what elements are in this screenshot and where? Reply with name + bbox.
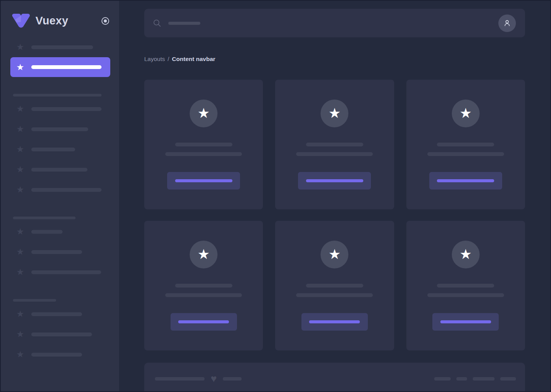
- sidebar-item[interactable]: ★: [10, 180, 110, 200]
- search-icon[interactable]: [153, 19, 162, 28]
- star-icon: ★: [16, 247, 25, 256]
- star-icon: ★: [459, 106, 472, 120]
- card-title-skeleton: [306, 143, 363, 146]
- sidebar-menu: ★★★★★★★★★★★★★: [1, 37, 119, 365]
- sidebar-item-active[interactable]: ★: [10, 57, 110, 77]
- card-action-button[interactable]: [171, 313, 237, 331]
- sidebar-item[interactable]: ★: [10, 139, 110, 159]
- sidebar-item[interactable]: ★: [10, 99, 110, 119]
- menu-item-label-skeleton: [31, 127, 88, 131]
- card-avatar-circle: ★: [452, 100, 480, 127]
- star-icon: ★: [198, 106, 210, 120]
- brand-name: Vuexy: [35, 14, 68, 27]
- content-card: ★: [275, 80, 394, 209]
- card-action-button[interactable]: [432, 313, 499, 331]
- card-action-button[interactable]: [298, 172, 371, 190]
- card-title-skeleton: [437, 143, 494, 146]
- card-subtitle-skeleton: [165, 152, 242, 156]
- sidebar-item[interactable]: ★: [10, 324, 110, 344]
- card-title-skeleton: [175, 284, 232, 288]
- breadcrumb-separator: /: [168, 56, 169, 63]
- footer-links: [434, 377, 516, 381]
- breadcrumb-parent[interactable]: Layouts: [144, 56, 165, 63]
- menu-section-header-skeleton: [13, 299, 56, 302]
- content-card: ★: [406, 80, 525, 209]
- card-subtitle-skeleton: [427, 293, 504, 297]
- menu-item-label-skeleton: [31, 45, 93, 49]
- star-icon: ★: [329, 247, 341, 261]
- sidebar-item[interactable]: ★: [10, 222, 110, 242]
- content-card: ★: [144, 221, 263, 350]
- breadcrumb-current: Content navbar: [172, 56, 216, 63]
- menu-item-label-skeleton: [31, 250, 82, 254]
- star-icon: ★: [16, 145, 25, 154]
- card-subtitle-skeleton: [296, 152, 373, 156]
- content-card: ★: [406, 221, 525, 350]
- button-label-skeleton: [175, 179, 232, 182]
- menu-item-label-skeleton: [31, 148, 75, 151]
- star-icon: ★: [16, 63, 25, 72]
- sidebar-item[interactable]: ★: [10, 37, 110, 57]
- sidebar-item[interactable]: ★: [10, 262, 110, 282]
- menu-item-label-skeleton: [31, 312, 82, 316]
- card-avatar-circle: ★: [190, 241, 218, 268]
- main-content: Layouts / Content navbar ★★★★★★ ♥: [119, 1, 550, 391]
- menu-item-label-skeleton: [31, 65, 102, 69]
- search-input-skeleton[interactable]: [168, 22, 200, 25]
- card-avatar-circle: ★: [321, 241, 348, 268]
- footer-link-skeleton[interactable]: [434, 377, 451, 381]
- heart-icon: ♥: [211, 374, 217, 384]
- app-window: Vuexy ★★★★★★★★★★★★★ Layouts / Content na…: [0, 0, 551, 392]
- footer-link-skeleton[interactable]: [473, 377, 495, 381]
- breadcrumb: Layouts / Content navbar: [144, 56, 525, 63]
- card-subtitle-skeleton: [427, 152, 504, 156]
- sidebar-item[interactable]: ★: [10, 242, 110, 262]
- star-icon: ★: [16, 125, 25, 133]
- sidebar-header: Vuexy: [1, 1, 119, 29]
- button-label-skeleton: [440, 320, 491, 323]
- star-icon: ★: [16, 185, 25, 194]
- star-icon: ★: [16, 268, 25, 276]
- card-action-button[interactable]: [167, 172, 240, 190]
- footer-link-skeleton[interactable]: [456, 377, 467, 381]
- card-avatar-circle: ★: [321, 100, 348, 127]
- top-navbar: [144, 9, 525, 37]
- menu-item-label-skeleton: [31, 188, 102, 192]
- user-avatar[interactable]: [498, 14, 516, 32]
- card-action-button[interactable]: [301, 313, 368, 331]
- star-icon: ★: [459, 247, 472, 261]
- menu-section-header-skeleton: [13, 217, 76, 219]
- card-grid: ★★★★★★: [144, 80, 525, 350]
- footer-text-skeleton: [223, 377, 242, 381]
- content-card: ★: [144, 80, 263, 209]
- star-icon: ★: [329, 106, 341, 120]
- sidebar-item[interactable]: ★: [10, 159, 110, 180]
- button-label-skeleton: [178, 320, 229, 323]
- sidebar-item[interactable]: ★: [10, 344, 110, 365]
- card-title-skeleton: [306, 284, 363, 288]
- menu-section-header-skeleton: [13, 94, 102, 96]
- star-icon: ★: [16, 310, 25, 318]
- card-title-skeleton: [175, 143, 232, 146]
- card-title-skeleton: [437, 284, 494, 288]
- menu-item-label-skeleton: [31, 168, 87, 172]
- sidebar-item[interactable]: ★: [10, 119, 110, 139]
- card-action-button[interactable]: [429, 172, 502, 190]
- card-avatar-circle: ★: [190, 100, 218, 127]
- button-label-skeleton: [306, 179, 363, 182]
- radio-dot-icon[interactable]: [102, 17, 109, 25]
- star-icon: ★: [16, 350, 25, 359]
- menu-item-label-skeleton: [31, 353, 82, 357]
- button-label-skeleton: [309, 320, 360, 323]
- menu-item-label-skeleton: [31, 270, 101, 274]
- star-icon: ★: [16, 104, 25, 113]
- footer-link-skeleton[interactable]: [500, 377, 516, 381]
- card-avatar-circle: ★: [452, 241, 480, 268]
- vuexy-logo-icon: [11, 13, 31, 29]
- menu-item-label-skeleton: [31, 230, 63, 234]
- sidebar-item[interactable]: ★: [10, 304, 110, 324]
- menu-item-label-skeleton: [31, 107, 102, 111]
- card-subtitle-skeleton: [296, 293, 373, 297]
- star-icon: ★: [16, 43, 25, 51]
- star-icon: ★: [16, 330, 25, 339]
